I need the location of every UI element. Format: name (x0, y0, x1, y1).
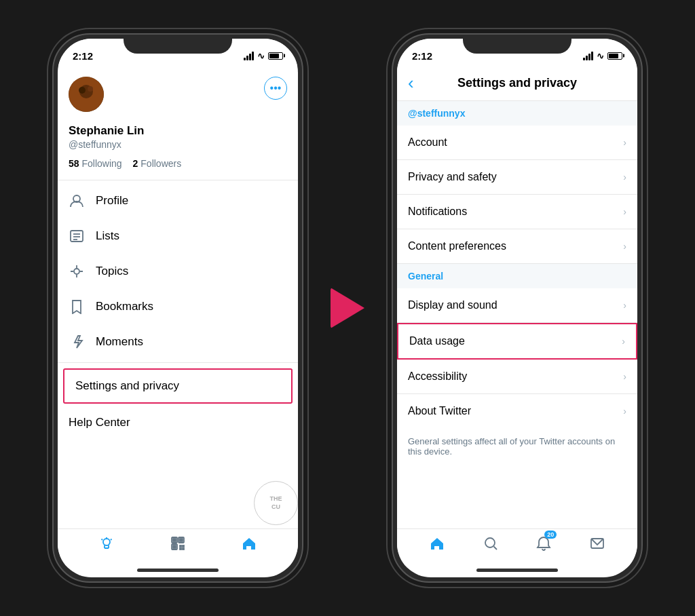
svg-rect-23 (183, 548, 184, 550)
drawer: ••• Stephanie Lin @steffunnyx 58 Followi… (58, 66, 298, 528)
user-name: Stephanie Lin (58, 119, 298, 138)
nav-lists[interactable]: Lists (58, 218, 298, 254)
chevron-account: › (623, 137, 626, 148)
profile-label: Profile (96, 194, 128, 208)
svg-rect-19 (173, 545, 176, 548)
bookmarks-icon (69, 299, 85, 315)
content-label: Content preferences (408, 240, 506, 252)
settings-footnote: General settings affect all of your Twit… (397, 428, 637, 465)
svg-rect-18 (180, 539, 183, 541)
moments-icon (69, 334, 85, 350)
time-right: 2:12 (412, 50, 432, 62)
svg-point-24 (485, 538, 495, 547)
lists-icon (69, 228, 85, 244)
topics-icon (69, 263, 85, 280)
accessibility-label: Accessibility (408, 370, 467, 383)
settings-item-content[interactable]: Content preferences › (397, 229, 637, 264)
divider2 (58, 362, 298, 363)
tab-search-right[interactable] (483, 536, 498, 555)
divider (58, 180, 298, 180)
display-label: Display and sound (408, 299, 497, 311)
settings-item-privacy[interactable]: Privacy and safety › (397, 160, 637, 195)
settings-item-data-usage[interactable]: Data usage › (397, 323, 637, 360)
back-button[interactable]: ‹ (408, 73, 414, 94)
tab-messages-right[interactable] (590, 536, 605, 555)
drawer-header: ••• (58, 66, 298, 119)
chevron-accessibility: › (623, 371, 626, 382)
nav-moments[interactable]: Moments (58, 324, 298, 360)
user-handle: @steffunnyx (58, 138, 298, 155)
nav-bookmarks[interactable]: Bookmarks (58, 289, 298, 324)
chevron-notifications: › (623, 206, 626, 217)
signal-icon-right (583, 52, 593, 60)
help-center-label: Help Center (69, 416, 130, 429)
tab-icon-qr[interactable] (170, 536, 185, 555)
wifi-icon-right: ∿ (597, 51, 604, 61)
general-section-header: General (397, 264, 637, 288)
privacy-label: Privacy and safety (408, 171, 497, 183)
about-label: About Twitter (408, 405, 471, 417)
chevron-about: › (623, 406, 626, 417)
chevron-display: › (623, 300, 626, 311)
help-center-item[interactable]: Help Center (58, 406, 298, 439)
moments-label: Moments (96, 335, 143, 349)
settings-item-accessibility[interactable]: Accessibility › (397, 360, 637, 394)
settings-header: ‹ Settings and privacy (397, 66, 637, 101)
notification-badge-count: 20 (544, 531, 557, 539)
chevron-privacy: › (623, 172, 626, 182)
battery-icon-right (607, 52, 622, 60)
profile-icon (69, 193, 85, 209)
lists-label: Lists (96, 229, 119, 243)
home-indicator-left (137, 569, 219, 572)
tab-bar-left (58, 528, 298, 569)
left-screen: 2:12 ∿ (58, 39, 298, 577)
more-button[interactable]: ••• (264, 77, 287, 100)
battery-icon (268, 52, 283, 60)
nav-topics[interactable]: Topics (58, 254, 298, 289)
right-phone: 2:12 ∿ ‹ Settings and privacy (392, 33, 643, 583)
svg-line-13 (102, 539, 103, 541)
data-usage-label: Data usage (409, 335, 465, 347)
settings-privacy-label: Settings and privacy (75, 379, 179, 392)
chevron-content: › (623, 241, 626, 252)
svg-rect-21 (183, 545, 184, 547)
tab-icon-home[interactable] (242, 536, 257, 555)
settings-item-about[interactable]: About Twitter › (397, 394, 637, 428)
status-icons-right: ∿ (583, 51, 622, 61)
time-left: 2:12 (73, 50, 93, 62)
settings-title: Settings and privacy (457, 76, 577, 90)
svg-point-3 (88, 86, 93, 92)
settings-item-notifications[interactable]: Notifications › (397, 195, 637, 229)
svg-rect-20 (180, 545, 181, 547)
svg-line-12 (111, 539, 112, 541)
svg-point-9 (74, 269, 79, 274)
arrow-right (331, 288, 364, 328)
tab-home-right[interactable] (430, 536, 445, 555)
right-screen: 2:12 ∿ ‹ Settings and privacy (397, 39, 637, 577)
follow-stats: 58 Following 2 Followers (58, 155, 298, 177)
svg-rect-17 (173, 539, 176, 541)
tab-bar-right: 20 (397, 528, 637, 569)
settings-privacy-item[interactable]: Settings and privacy (63, 368, 293, 404)
wifi-icon: ∿ (257, 51, 265, 61)
svg-rect-22 (180, 548, 181, 550)
notifications-label: Notifications (408, 206, 467, 218)
nav-profile[interactable]: Profile (58, 183, 298, 218)
notch-right (463, 35, 571, 54)
svg-point-2 (79, 87, 86, 94)
signal-icon (244, 52, 254, 60)
watermark: THECU (254, 481, 298, 525)
account-label: Account (408, 136, 447, 149)
avatar (69, 77, 104, 112)
settings-list: @steffunnyx Account › Privacy and safety… (397, 101, 637, 528)
topics-label: Topics (96, 265, 128, 278)
tab-icon-ideas[interactable] (99, 536, 114, 555)
user-section-header: @steffunnyx (397, 101, 637, 126)
settings-item-account[interactable]: Account › (397, 126, 637, 160)
svg-line-25 (493, 547, 497, 550)
status-icons-left: ∿ (244, 51, 283, 61)
arrow-container (331, 288, 364, 328)
tab-notifications-right[interactable]: 20 (536, 536, 551, 555)
svg-point-10 (103, 539, 110, 545)
settings-item-display[interactable]: Display and sound › (397, 288, 637, 323)
